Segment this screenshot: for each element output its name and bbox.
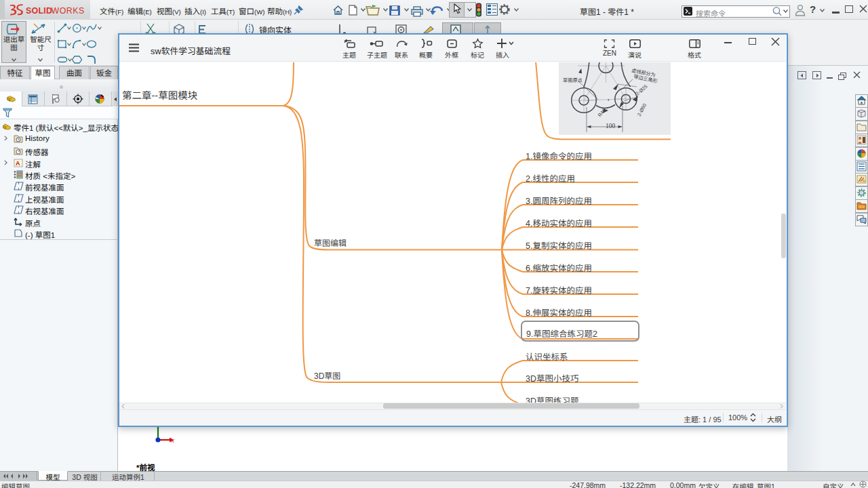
svg-text:WORKS: WORKS xyxy=(52,6,85,16)
svg-text:X: X xyxy=(170,438,175,444)
svg-text:100: 100 xyxy=(606,123,616,129)
svg-text:A: A xyxy=(16,160,20,167)
svg-text:草图原点: 草图原点 xyxy=(563,77,583,83)
svg-text:SOLID: SOLID xyxy=(26,6,52,16)
